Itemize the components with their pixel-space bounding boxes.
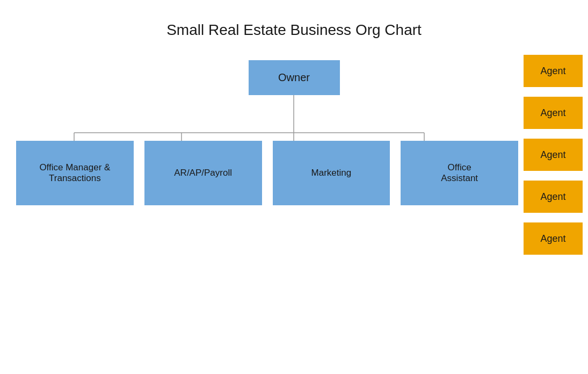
chart-area: Owner Office Manager &Transactions AR/AP… bbox=[0, 55, 588, 370]
children-row: Office Manager &Transactions AR/AP/Payro… bbox=[16, 141, 518, 205]
chart-title: Small Real Estate Business Org Chart bbox=[0, 0, 588, 55]
agent-box-2: Agent bbox=[524, 97, 583, 129]
agents-column: Agent Agent Agent Agent Agent bbox=[524, 55, 583, 255]
agent-box-3: Agent bbox=[524, 139, 583, 171]
child-box-arap: AR/AP/Payroll bbox=[144, 141, 262, 205]
owner-box: Owner bbox=[249, 60, 340, 95]
child-box-marketing: Marketing bbox=[273, 141, 390, 205]
agent-box-4: Agent bbox=[524, 181, 583, 213]
agent-box-5: Agent bbox=[524, 222, 583, 255]
child-box-office-manager: Office Manager &Transactions bbox=[16, 141, 134, 205]
agent-box-1: Agent bbox=[524, 55, 583, 87]
connector-lines bbox=[0, 55, 588, 370]
child-box-office-assistant: OfficeAssistant bbox=[401, 141, 518, 205]
